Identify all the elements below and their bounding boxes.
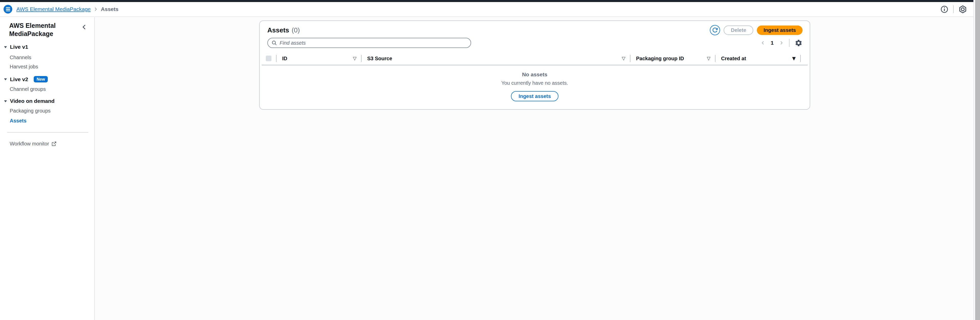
hamburger-icon (6, 7, 10, 8)
sidebar-title-link[interactable]: AWS Elemental MediaPackage (9, 21, 76, 38)
caret-down-icon (3, 45, 7, 49)
new-badge: New (34, 76, 48, 82)
sort-icon-active: ▼ (792, 56, 795, 61)
ingest-assets-button[interactable]: Ingest assets (757, 25, 803, 35)
empty-state: No assets You currently have no assets. … (260, 71, 810, 101)
table-preferences-button[interactable] (795, 39, 803, 47)
chevron-right-icon (779, 40, 784, 46)
sidebar-divider (7, 132, 88, 133)
sidebar-item-packaging-groups[interactable]: Packaging groups (10, 108, 51, 114)
search-icon (271, 40, 277, 46)
chevron-left-icon (760, 40, 765, 46)
empty-state-message: You currently have no assets. (260, 80, 810, 86)
gear-icon (795, 39, 803, 47)
column-header-s3-source[interactable]: S3 Source ▽ (361, 55, 630, 62)
scrollbar-thumb[interactable] (975, 0, 980, 320)
pagination-divider (789, 39, 789, 47)
info-button[interactable] (940, 5, 948, 14)
column-header-id[interactable]: ID ▽ (277, 55, 361, 62)
caret-down-icon (3, 99, 7, 103)
side-navigation: AWS Elemental MediaPackage Live v1 Chann… (0, 17, 95, 320)
settings-button[interactable] (958, 5, 967, 14)
sidebar-item-assets[interactable]: Assets (10, 118, 27, 124)
caret-down-icon (3, 77, 7, 81)
top-dark-strip (0, 0, 974, 2)
sidebar-collapse-button[interactable] (80, 23, 88, 31)
select-all-checkbox[interactable] (266, 55, 271, 61)
scrollbar[interactable] (974, 0, 980, 320)
pagination: 1 (760, 39, 803, 47)
page-number[interactable]: 1 (771, 40, 774, 46)
sidebar-item-harvest-jobs[interactable]: Harvest jobs (10, 64, 38, 70)
table-header-row: ID ▽ S3 Source ▽ Packaging group ID ▽ Cr… (262, 52, 808, 65)
sort-icon: ▽ (353, 56, 356, 61)
sidebar-section-video-on-demand[interactable]: Video on demand (3, 98, 55, 104)
sort-icon: ▽ (707, 56, 710, 61)
refresh-button[interactable] (710, 25, 720, 35)
topnav-right (940, 5, 967, 14)
chevron-right-icon (93, 6, 98, 12)
empty-state-title: No assets (260, 71, 810, 78)
external-link-icon (51, 141, 57, 146)
delete-button[interactable]: Delete (724, 25, 753, 35)
assets-panel-header: Assets (0) Delete Ingest assets (267, 25, 803, 35)
content-area: Assets (0) Delete Ingest assets (95, 17, 974, 320)
sidebar-item-workflow-monitor[interactable]: Workflow monitor (10, 141, 57, 147)
column-header-created-at[interactable]: Created at ▼ (716, 55, 800, 62)
hamburger-menu-button[interactable] (3, 5, 12, 14)
empty-state-ingest-assets-button[interactable]: Ingest assets (511, 91, 559, 101)
sidebar-item-channel-groups[interactable]: Channel groups (10, 86, 46, 92)
chevron-left-icon (81, 24, 88, 31)
sort-icon: ▽ (622, 56, 625, 61)
sidebar-item-channels[interactable]: Channels (10, 55, 32, 60)
info-icon (940, 5, 948, 14)
column-divider (800, 55, 801, 62)
search-box (267, 38, 471, 48)
next-page-button[interactable] (779, 40, 784, 46)
sidebar-section-live-v1[interactable]: Live v1 (3, 44, 28, 50)
assets-search-input[interactable] (280, 40, 469, 46)
panel-actions: Delete Ingest assets (710, 25, 803, 35)
assets-counter: (0) (291, 26, 300, 34)
assets-panel: Assets (0) Delete Ingest assets (259, 21, 810, 110)
top-navigation: AWS Elemental MediaPackage Assets (0, 2, 974, 17)
select-all-cell (262, 55, 276, 61)
breadcrumb: AWS Elemental MediaPackage Assets (16, 6, 118, 12)
column-header-packaging-group-id[interactable]: Packaging group ID ▽ (630, 55, 715, 62)
table-toolbar: 1 (267, 38, 803, 48)
topnav-divider (953, 5, 954, 13)
refresh-icon (712, 27, 718, 33)
page-title: Assets (0) (267, 26, 300, 34)
breadcrumb-current: Assets (101, 6, 118, 12)
aws-console-screen: AWS Elemental MediaPackage Assets AWS El… (0, 0, 980, 320)
settings-icon (958, 5, 967, 14)
sidebar-section-live-v2[interactable]: Live v2 New (3, 76, 48, 82)
breadcrumb-service-link[interactable]: AWS Elemental MediaPackage (16, 6, 91, 12)
previous-page-button[interactable] (760, 40, 765, 46)
